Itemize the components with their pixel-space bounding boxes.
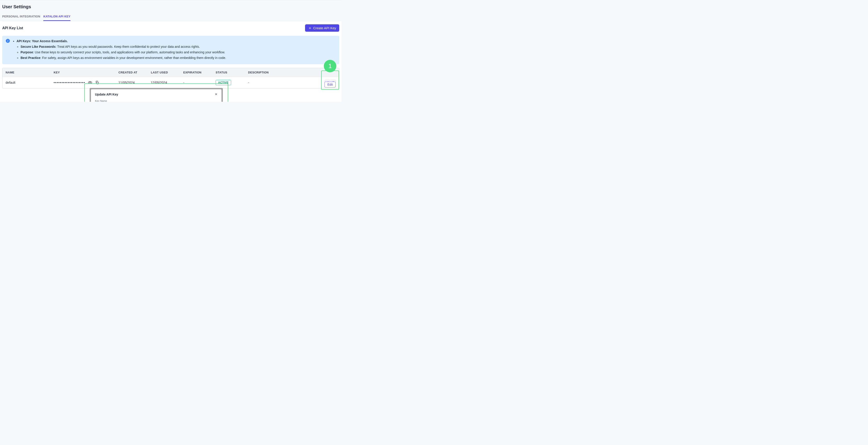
section-title: API Key List [2, 26, 23, 30]
info-item-text: : For safety, assign API keys as environ… [40, 56, 226, 60]
cell-description: - [245, 78, 321, 87]
tab-katalon-api-key[interactable]: KATALON API KEY [43, 13, 70, 21]
th-key: KEY [51, 68, 115, 77]
close-icon [215, 93, 217, 96]
svg-point-2 [89, 82, 91, 83]
info-box: i API Keys: Your Access Essentials. Secu… [2, 36, 339, 64]
info-heading: API Keys: Your Access Essentials. [17, 39, 68, 43]
info-item-text: : Use these keys to securely connect you… [33, 50, 225, 54]
plus-icon [308, 26, 312, 30]
th-name: NAME [2, 68, 51, 77]
th-created: CREATED AT [115, 68, 148, 77]
th-status: STATUS [213, 68, 245, 77]
th-expiration: EXPIRATION [180, 68, 213, 77]
th-last: LAST USED [148, 68, 180, 77]
annotation-number-1: 1 [324, 60, 336, 72]
annotation-callout-2: 2 Update API Key Key Name Expiration [84, 83, 228, 102]
tabs: PERSONAL INTEGRATION KATALON API KEY [2, 13, 339, 21]
info-item-strong: Best Practice [21, 56, 40, 60]
info-icon: i [6, 39, 10, 43]
th-description: DESCRIPTION [245, 68, 321, 77]
page-title: User Settings [2, 4, 339, 9]
cell-name: default [2, 78, 51, 87]
info-item-text: : Treat API keys as you would passwords.… [55, 45, 200, 48]
info-item-strong: Secure Like Passwords [21, 45, 55, 48]
update-api-key-modal: Update API Key Key Name Expiration [91, 89, 221, 102]
key-name-label: Key Name [95, 100, 217, 102]
modal-close-button[interactable] [215, 92, 217, 96]
annotation-callout-1: 1 Edit [321, 60, 339, 90]
modal-title: Update API Key [95, 93, 118, 96]
tab-personal-integration[interactable]: PERSONAL INTEGRATION [2, 13, 40, 21]
cell-key-mask: •••••••••••••••••••• [54, 81, 85, 84]
edit-tooltip: Edit [324, 82, 336, 88]
create-api-key-button[interactable]: Create API Key [305, 24, 339, 32]
create-api-key-label: Create API Key [313, 26, 336, 30]
info-item-strong: Purpose [21, 50, 33, 54]
